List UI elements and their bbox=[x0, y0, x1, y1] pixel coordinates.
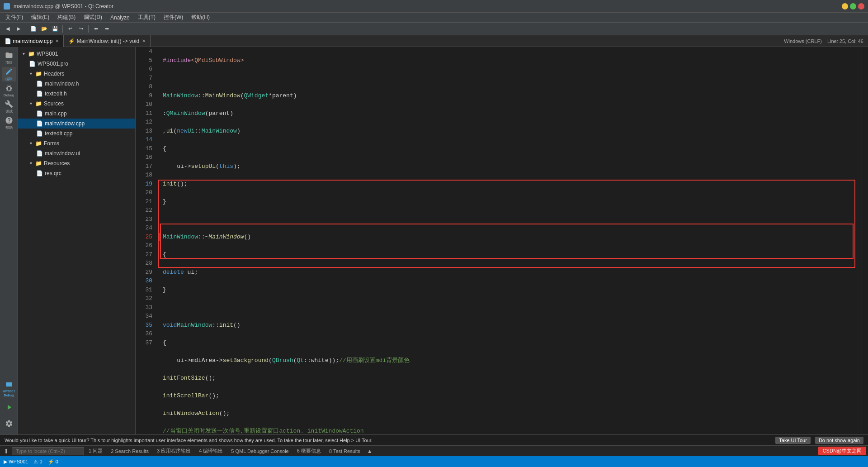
toolbar-prev[interactable]: ⬅ bbox=[91, 24, 101, 34]
toolbar-sep2 bbox=[62, 25, 63, 33]
code-line-18 bbox=[163, 303, 857, 312]
bottom-tab-summary[interactable]: 6 概要信息 bbox=[293, 446, 325, 456]
tree-label-textedit-h: textedit.h bbox=[45, 91, 67, 97]
take-ui-tour-button[interactable]: Take UI Tour bbox=[775, 437, 811, 444]
tree-item-forms[interactable]: ▼ 📁 Forms bbox=[18, 138, 135, 148]
status-warnings[interactable]: ⚡ 0 bbox=[48, 459, 58, 465]
code-line-9: { bbox=[163, 144, 857, 153]
maximize-button[interactable] bbox=[850, 3, 856, 10]
toolbar-undo[interactable]: ↩ bbox=[65, 24, 75, 34]
file-tree[interactable]: ▼ 📁 WPS001 📄 WPS001.pro ▼ 📁 Headers 📄 ma… bbox=[18, 47, 136, 434]
right-scrollbar[interactable] bbox=[862, 47, 868, 434]
tree-item-main-cpp[interactable]: 📄 main.cpp bbox=[18, 109, 135, 119]
sidebar-edit-label: 编辑 bbox=[5, 76, 13, 81]
bottom-tab-app-output[interactable]: 3 应用程序输出 bbox=[153, 446, 194, 456]
tree-label-main-cpp: main.cpp bbox=[45, 110, 67, 117]
sidebar-item-wps001[interactable]: WPS001 Debug bbox=[2, 380, 16, 398]
menu-controls[interactable]: 控件(W) bbox=[160, 13, 187, 22]
sidebar-help-label: 帮助 bbox=[5, 125, 13, 130]
code-line-4: #include <QMdiSubWindow> bbox=[163, 56, 857, 65]
code-line-23: initScrollBar(); bbox=[163, 391, 857, 400]
tab-mainwindow-cpp-close[interactable]: ✕ bbox=[55, 38, 59, 43]
tab-mainwindow-cpp[interactable]: 📄 mainwindow.cpp ✕ bbox=[0, 35, 64, 47]
sidebar-item-help[interactable]: 帮助 bbox=[2, 116, 16, 130]
tree-item-textedit-h[interactable]: 📄 textedit.h bbox=[18, 89, 135, 99]
line-num-18: 18 bbox=[139, 171, 152, 180]
line-num-20: 20 bbox=[139, 188, 152, 197]
toolbar-forward[interactable]: ▶ bbox=[14, 24, 24, 34]
sidebar-item-edit[interactable]: 编辑 bbox=[2, 67, 16, 81]
tree-item-resources[interactable]: ▼ 📁 Resources bbox=[18, 158, 135, 168]
editor-area[interactable]: 4 5 6 7 8 9 10 11 12 13 14 15 16 17 18 1… bbox=[136, 47, 862, 434]
tree-item-wps001[interactable]: ▼ 📁 WPS001 bbox=[18, 49, 135, 59]
line-num-10: 10 bbox=[139, 100, 152, 109]
tab-mainwindow-cpp-label: 📄 mainwindow.cpp bbox=[5, 38, 52, 44]
status-bar: ▶ WPS001 ⚠ 0 ⚡ 0 bbox=[0, 456, 868, 467]
window-controls bbox=[842, 3, 864, 10]
toolbar-save[interactable]: 💾 bbox=[50, 24, 60, 34]
bottom-tab-issues[interactable]: 1 问题 bbox=[85, 446, 106, 456]
toolbar-redo[interactable]: ↪ bbox=[76, 24, 86, 34]
toolbar-new[interactable]: 📄 bbox=[28, 24, 38, 34]
toolbar-back[interactable]: ◀ bbox=[3, 24, 13, 34]
minimize-button[interactable] bbox=[842, 3, 848, 10]
bottom-tab-search[interactable]: 2 Search Results bbox=[107, 446, 152, 456]
do-not-show-button[interactable]: Do not show again bbox=[815, 437, 863, 444]
line-num-16: 16 bbox=[139, 153, 152, 162]
tab-main-function[interactable]: ⚡ MainWindow::init() -> void ✕ bbox=[64, 35, 151, 47]
sidebar-item-project[interactable]: 项目 bbox=[2, 51, 16, 65]
line-num-12: 12 bbox=[139, 118, 152, 127]
toolbar-next[interactable]: ➡ bbox=[102, 24, 112, 34]
code-line-25: //当窗口关闭时发送一次信号,重新设置窗口action. initWindowA… bbox=[163, 427, 857, 435]
csdn-badge[interactable]: CSDN@中文之网 bbox=[818, 447, 866, 455]
tree-item-res-qrc[interactable]: 📄 res.qrc bbox=[18, 168, 135, 178]
tree-icon-resources: 📁 bbox=[35, 160, 42, 167]
bottom-tab-test[interactable]: 8 Test Results bbox=[326, 446, 364, 456]
sidebar-item-debug[interactable]: Debug bbox=[2, 83, 16, 98]
tree-icon-headers: 📁 bbox=[35, 71, 42, 77]
tree-icon-mainwindow-ui: 📄 bbox=[36, 150, 43, 157]
tree-icon-forms: 📁 bbox=[35, 140, 42, 147]
tree-icon-wps001pro: 📄 bbox=[29, 61, 36, 67]
line-num-13: 13 bbox=[139, 127, 152, 136]
bottom-up-btn[interactable]: ▲ bbox=[365, 446, 375, 456]
line-num-29: 29 bbox=[139, 268, 152, 277]
sidebar-item-run[interactable] bbox=[2, 400, 16, 415]
sidebar-item-settings[interactable] bbox=[2, 416, 16, 431]
tree-item-mainwindow-cpp[interactable]: 📄 mainwindow.cpp bbox=[18, 119, 135, 129]
search-input[interactable] bbox=[12, 447, 84, 455]
tree-item-headers[interactable]: ▼ 📁 Headers bbox=[18, 69, 135, 79]
code-line-14: MainWindow::~MainWindow() bbox=[163, 233, 857, 242]
title-bar: mainwindow.cpp @ WPS001 - Qt Creator bbox=[0, 0, 868, 13]
status-build-type: ▶ WPS001 bbox=[4, 459, 28, 465]
menu-file[interactable]: 文件(F) bbox=[2, 13, 27, 22]
tab-main-function-close[interactable]: ✕ bbox=[142, 38, 146, 43]
status-errors[interactable]: ⚠ 0 bbox=[33, 459, 42, 465]
bottom-left-btn[interactable]: ⬆ bbox=[2, 446, 11, 456]
left-sidebar-bottom: WPS001 Debug bbox=[2, 380, 16, 434]
app-icon bbox=[4, 3, 10, 10]
menu-tools[interactable]: 工具(T) bbox=[134, 13, 159, 22]
menu-help[interactable]: 帮助(H) bbox=[188, 13, 213, 22]
menu-analyze[interactable]: Analyze bbox=[107, 14, 133, 22]
toolbar: ◀ ▶ 📄 📂 💾 ↩ ↪ ⬅ ➡ bbox=[0, 23, 868, 35]
tree-item-textedit-cpp[interactable]: 📄 textedit.cpp bbox=[18, 129, 135, 138]
tree-item-sources[interactable]: ▼ 📁 Sources bbox=[18, 99, 135, 109]
tree-item-wps001pro[interactable]: 📄 WPS001.pro bbox=[18, 59, 135, 69]
toolbar-open[interactable]: 📂 bbox=[39, 24, 49, 34]
tree-item-mainwindow-h[interactable]: 📄 mainwindow.h bbox=[18, 79, 135, 89]
menu-build[interactable]: 构建(B) bbox=[54, 13, 79, 22]
tree-icon-mainwindow-cpp: 📄 bbox=[36, 120, 43, 127]
bottom-tab-compile[interactable]: 4 编译输出 bbox=[195, 446, 226, 456]
sidebar-debugger-label: 调试 bbox=[5, 109, 13, 114]
sidebar-item-debugger[interactable]: 调试 bbox=[2, 100, 16, 114]
tree-item-mainwindow-ui[interactable]: 📄 mainwindow.ui bbox=[18, 148, 135, 158]
menu-edit[interactable]: 编辑(E) bbox=[28, 13, 53, 22]
notification-text: Would you like to take a quick UI tour? … bbox=[5, 438, 771, 443]
menu-debug[interactable]: 调试(D) bbox=[80, 13, 106, 22]
code-content[interactable]: #include <QMdiSubWindow> MainWindow::Mai… bbox=[158, 47, 862, 434]
line-num-21: 21 bbox=[139, 197, 152, 206]
code-line-12: } bbox=[163, 197, 857, 206]
close-button[interactable] bbox=[858, 3, 864, 10]
bottom-tab-qml[interactable]: 5 QML Debugger Console bbox=[227, 446, 292, 456]
